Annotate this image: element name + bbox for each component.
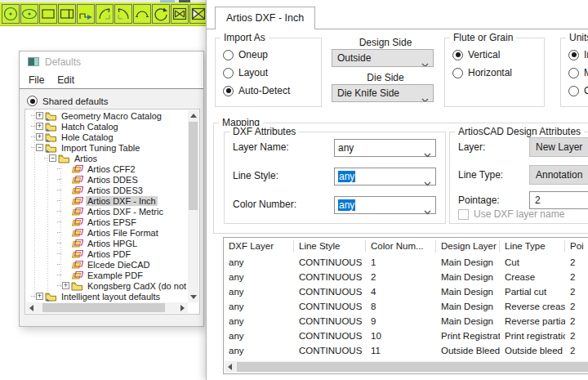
rotate-icon bbox=[153, 6, 169, 22]
table-row[interactable]: anyCONTINUOUS1Main DesignCut2 bbox=[224, 255, 588, 270]
table-row[interactable]: anyCONTINUOUS10Print RegistrationPrint r… bbox=[224, 329, 588, 343]
rotate-button[interactable] bbox=[152, 4, 170, 24]
combo-color-number[interactable]: any bbox=[334, 196, 436, 214]
column-header-dxf-layer[interactable]: DXF Layer bbox=[224, 240, 294, 253]
tree-item-kongsberg-cadx-do-not-rename[interactable]: +Kongsberg CadX (do not rename bbox=[26, 280, 188, 291]
expand-plus-toggle[interactable]: + bbox=[36, 112, 43, 119]
tree-item-artios-dxf-metric[interactable]: Artios DXF - Metric bbox=[26, 206, 188, 217]
tree-vertical-scrollbar[interactable] bbox=[188, 110, 198, 302]
tree-item-example-pdf[interactable]: Example PDF bbox=[26, 270, 188, 280]
tree-connector bbox=[57, 200, 61, 201]
tree-item-intelligent-layout-defaults[interactable]: +Intelligent layout defaults bbox=[26, 291, 188, 302]
tree-item-artios-epsf[interactable]: Artios EPSF bbox=[26, 217, 188, 227]
tree-item-elcede-diecad[interactable]: Elcede DieCAD bbox=[26, 259, 188, 270]
radio-inc[interactable]: Inc bbox=[568, 49, 588, 60]
tree-item-hatch-catalog[interactable]: +Hatch Catalog bbox=[26, 121, 188, 132]
scroll-left-arrow[interactable] bbox=[26, 302, 37, 313]
tuning-entry-icon bbox=[71, 207, 83, 217]
split-rectangle-button[interactable] bbox=[58, 4, 76, 24]
radio-label: Layout bbox=[238, 67, 268, 78]
menu-edit[interactable]: Edit bbox=[51, 74, 81, 86]
line-type-select[interactable]: Annotation bbox=[529, 165, 588, 185]
ellipse-center-button[interactable] bbox=[20, 4, 38, 24]
tree-item-artios-hpgl[interactable]: Artios HPGL bbox=[26, 238, 188, 248]
tree-item-hole-catalog[interactable]: +Hole Catalog bbox=[26, 132, 188, 142]
scroll-left-arrow[interactable] bbox=[225, 361, 235, 373]
use-dxf-layer-name-checkbox[interactable]: Use DXF layer name bbox=[458, 208, 564, 220]
collapse-minus-toggle[interactable]: − bbox=[36, 144, 43, 151]
die-side-select[interactable]: Die Knife Side bbox=[332, 84, 434, 102]
tree-item-geometry-macro-catalog[interactable]: +Geometry Macro Catalog bbox=[26, 110, 188, 121]
table-row[interactable]: anyCONTINUOUS9Main DesignReverse partial… bbox=[224, 314, 588, 329]
expand-plus-toggle[interactable]: + bbox=[36, 293, 43, 300]
collapse-minus-toggle[interactable]: − bbox=[49, 154, 56, 162]
scroll-thumb[interactable] bbox=[42, 303, 165, 312]
design-side-select[interactable]: Outside bbox=[332, 49, 434, 67]
expand-plus-toggle[interactable]: + bbox=[62, 282, 69, 289]
table-row[interactable]: anyCONTINUOUS4Main DesignPartial cut2 bbox=[224, 284, 588, 299]
tree-item-artios-file-format[interactable]: Artios File Format bbox=[26, 227, 188, 238]
combo-line-style[interactable]: any bbox=[334, 168, 436, 186]
table-row[interactable]: anyCONTINUOUS8Main DesignReverse crease2 bbox=[224, 299, 588, 314]
column-header-line-style[interactable]: Line Style bbox=[294, 240, 366, 253]
arc-corner-button[interactable] bbox=[96, 4, 114, 24]
tree-item-artios-ddes3[interactable]: Artios DDES3 bbox=[26, 185, 188, 195]
shared-defaults-radio[interactable]: Shared defaults bbox=[20, 89, 203, 106]
scroll-down-arrow[interactable] bbox=[188, 292, 198, 302]
radio-cen[interactable]: Cen bbox=[568, 85, 588, 96]
column-header-color-num[interactable]: Color Num... bbox=[366, 240, 436, 253]
radio-vertical[interactable]: Vertical bbox=[452, 49, 544, 60]
table-horizontal-scrollbar[interactable] bbox=[225, 361, 588, 373]
tree-horizontal-scrollbar[interactable] bbox=[26, 302, 188, 313]
mapping-table-body: anyCONTINUOUS1Main DesignCut2anyCONTINUO… bbox=[224, 255, 588, 373]
tree-item-artios-ddes[interactable]: Artios DDES bbox=[26, 174, 188, 185]
folder-icon bbox=[71, 281, 83, 291]
table-row[interactable]: anyCONTINUOUS11Outside BleedOutside blee… bbox=[224, 343, 588, 358]
rectangle-button[interactable] bbox=[39, 4, 57, 24]
combo-layer-name[interactable]: any bbox=[334, 139, 436, 157]
menu-file[interactable]: File bbox=[22, 74, 51, 86]
radio-auto-detect[interactable]: Auto-Detect bbox=[223, 85, 321, 96]
cell-color-num: 2 bbox=[366, 272, 436, 282]
arc-corner2-button[interactable] bbox=[114, 4, 132, 24]
scroll-right-arrow[interactable] bbox=[177, 302, 188, 313]
cell-design-layer: Main Design bbox=[436, 302, 500, 311]
radio-oneup[interactable]: Oneup bbox=[223, 49, 321, 60]
column-header-poi[interactable]: Poi bbox=[565, 240, 588, 253]
radio-unselected-icon bbox=[223, 50, 234, 60]
catalog-folder-icon bbox=[45, 122, 57, 132]
triangle-cross-button[interactable] bbox=[189, 4, 207, 24]
tree-item-artios-pdf[interactable]: Artios PDF bbox=[26, 248, 188, 259]
cell-line-type: Partial cut bbox=[500, 287, 565, 297]
tree-item-artios-cff2[interactable]: Artios CFF2 bbox=[26, 163, 188, 174]
column-header-design-layer[interactable]: Design Layer bbox=[436, 240, 500, 253]
tab-artios-dxf-inch[interactable]: Artios DXF - Inch bbox=[215, 7, 315, 29]
table-row[interactable]: anyCONTINUOUS2Main DesignCrease2 bbox=[224, 270, 588, 284]
radio-mil[interactable]: Mil bbox=[568, 67, 588, 78]
scroll-thumb[interactable] bbox=[189, 122, 198, 210]
tree-item-import-tuning-table[interactable]: −Import Tuning Table bbox=[26, 142, 188, 153]
defaults-window-title: Defaults bbox=[45, 56, 81, 68]
column-header-line-type[interactable]: Line Type bbox=[500, 240, 565, 253]
scroll-thumb[interactable] bbox=[237, 362, 588, 372]
bowtie-icon bbox=[172, 6, 188, 22]
expand-plus-toggle[interactable]: + bbox=[36, 133, 43, 141]
tree-item-artios-dxf-inch[interactable]: Artios DXF - Inch bbox=[26, 195, 188, 206]
tree-item-label: Hole Catalog bbox=[60, 132, 115, 142]
pointage-input[interactable]: 2 bbox=[529, 191, 588, 209]
circle-center-button[interactable] bbox=[2, 4, 20, 24]
defaults-title-bar[interactable]: Defaults bbox=[20, 51, 203, 72]
tree-item-artios[interactable]: −Artios bbox=[26, 153, 188, 163]
units-options: IncMilCen bbox=[561, 38, 588, 96]
expand-plus-toggle[interactable]: + bbox=[36, 123, 43, 130]
polyline-arrow-button[interactable] bbox=[77, 4, 95, 24]
radio-horizontal[interactable]: Horizontal bbox=[452, 67, 544, 78]
scroll-up-arrow[interactable] bbox=[188, 110, 198, 121]
radio-selected-icon bbox=[568, 50, 579, 60]
radio-layout[interactable]: Layout bbox=[223, 67, 321, 78]
cell-line-style: CONTINUOUS bbox=[294, 272, 366, 282]
field-line-style: Line Style:any bbox=[225, 168, 445, 186]
bowtie-button[interactable] bbox=[171, 4, 189, 24]
layer-select[interactable]: New Layer bbox=[529, 137, 588, 157]
arc-half-button[interactable] bbox=[133, 4, 151, 24]
